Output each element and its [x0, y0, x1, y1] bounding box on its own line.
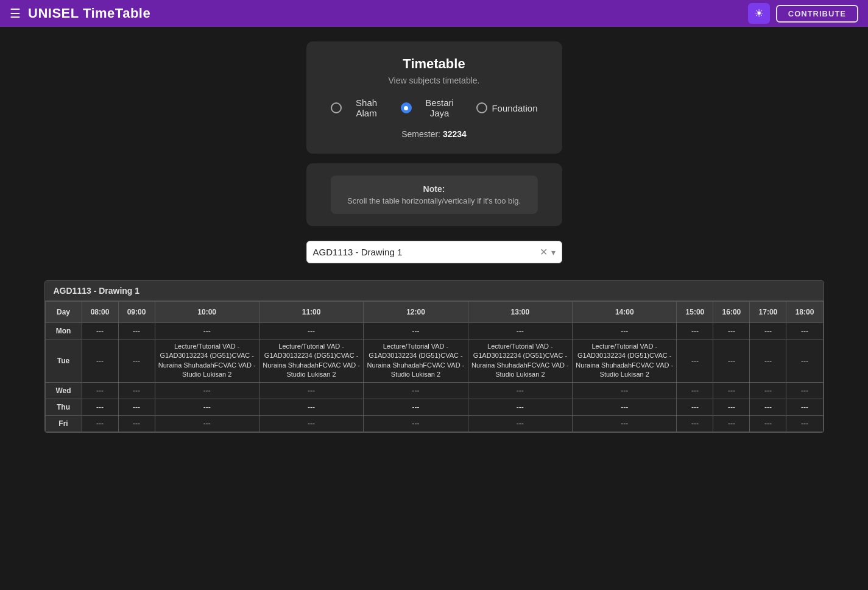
empty-cell: --- [750, 415, 786, 432]
empty-cell: --- [82, 399, 118, 415]
empty-cell: --- [118, 399, 155, 415]
table-row: Fri--------------------------------- [45, 415, 823, 432]
col-day: Day [45, 302, 82, 323]
subject-selector-wrap: AGD1113 - Drawing 1 ✕ ▾ [306, 241, 562, 263]
event-cell: Lecture/Tutorial VAD - G1AD30132234 (DG5… [155, 339, 259, 383]
col-1200: 12:00 [364, 302, 468, 323]
empty-cell: --- [677, 339, 713, 383]
empty-cell: --- [468, 382, 572, 399]
empty-cell: --- [786, 399, 823, 415]
empty-cell: --- [573, 399, 677, 415]
radio-label-bestari-jaya: Bestari Jaya [416, 98, 464, 118]
clear-subject-icon[interactable]: ✕ [540, 246, 548, 258]
card-title: Timetable [331, 56, 538, 72]
empty-cell: --- [573, 415, 677, 432]
subject-selected-value: AGD1113 - Drawing 1 [313, 247, 540, 257]
radio-foundation[interactable]: Foundation [476, 102, 537, 113]
col-0800: 08:00 [82, 302, 118, 323]
subject-select-box[interactable]: AGD1113 - Drawing 1 ✕ ▾ [306, 241, 562, 263]
col-1600: 16:00 [713, 302, 750, 323]
radio-shah-alam[interactable]: Shah Alam [331, 98, 387, 118]
empty-cell: --- [364, 323, 468, 339]
empty-cell: --- [259, 382, 363, 399]
app-header: ☰ UNISEL TimeTable ☀ CONTRIBUTE [0, 0, 868, 27]
empty-cell: --- [573, 323, 677, 339]
main-content: Timetable View subjects timetable. Shah … [0, 27, 868, 447]
empty-cell: --- [677, 382, 713, 399]
empty-cell: --- [155, 323, 259, 339]
empty-cell: --- [82, 382, 118, 399]
empty-cell: --- [713, 323, 750, 339]
menu-icon[interactable]: ☰ [10, 6, 21, 21]
empty-cell: --- [468, 415, 572, 432]
semester-label: Semester: [401, 129, 440, 139]
empty-cell: --- [573, 382, 677, 399]
col-0900: 09:00 [118, 302, 155, 323]
table-row: Tue------Lecture/Tutorial VAD - G1AD3013… [45, 339, 823, 383]
col-1700: 17:00 [750, 302, 786, 323]
note-card: Note: Scroll the table horizontally/vert… [306, 163, 562, 226]
campus-radio-group: Shah Alam Bestari Jaya Foundation [331, 98, 538, 118]
empty-cell: --- [677, 399, 713, 415]
col-1500: 15:00 [677, 302, 713, 323]
empty-cell: --- [786, 339, 823, 383]
empty-cell: --- [786, 415, 823, 432]
event-cell: Lecture/Tutorial VAD - G1AD30132234 (DG5… [364, 339, 468, 383]
empty-cell: --- [468, 399, 572, 415]
empty-cell: --- [118, 323, 155, 339]
empty-cell: --- [82, 339, 118, 383]
note-body: Scroll the table horizontally/vertically… [343, 196, 526, 205]
empty-cell: --- [468, 323, 572, 339]
table-row: Wed--------------------------------- [45, 382, 823, 399]
note-inner: Note: Scroll the table horizontally/vert… [331, 176, 538, 214]
empty-cell: --- [750, 323, 786, 339]
day-cell: Wed [45, 382, 82, 399]
timetable-table: Day 08:00 09:00 10:00 11:00 12:00 13:00 … [45, 301, 824, 432]
empty-cell: --- [713, 382, 750, 399]
event-cell: Lecture/Tutorial VAD - G1AD30132234 (DG5… [573, 339, 677, 383]
timetable-card: Timetable View subjects timetable. Shah … [306, 41, 562, 154]
event-cell: Lecture/Tutorial VAD - G1AD30132234 (DG5… [468, 339, 572, 383]
empty-cell: --- [364, 399, 468, 415]
radio-circle-bestari-jaya [401, 102, 412, 113]
chevron-down-icon[interactable]: ▾ [551, 247, 556, 257]
contribute-button[interactable]: CONTRIBUTE [776, 5, 858, 23]
table-row: Thu--------------------------------- [45, 399, 823, 415]
col-1000: 10:00 [155, 302, 259, 323]
day-cell: Thu [45, 399, 82, 415]
empty-cell: --- [118, 382, 155, 399]
semester-value: 32234 [443, 129, 467, 139]
day-cell: Fri [45, 415, 82, 432]
empty-cell: --- [786, 382, 823, 399]
radio-circle-foundation [476, 102, 487, 113]
note-title: Note: [343, 184, 526, 194]
empty-cell: --- [750, 399, 786, 415]
empty-cell: --- [713, 415, 750, 432]
empty-cell: --- [713, 339, 750, 383]
empty-cell: --- [750, 339, 786, 383]
theme-toggle-button[interactable]: ☀ [748, 3, 770, 24]
empty-cell: --- [677, 323, 713, 339]
empty-cell: --- [259, 399, 363, 415]
day-cell: Tue [45, 339, 82, 383]
empty-cell: --- [259, 415, 363, 432]
radio-label-foundation: Foundation [492, 103, 537, 113]
app-title: UNISEL TimeTable [28, 5, 150, 21]
radio-bestari-jaya[interactable]: Bestari Jaya [401, 98, 464, 118]
empty-cell: --- [786, 323, 823, 339]
day-cell: Mon [45, 323, 82, 339]
empty-cell: --- [364, 415, 468, 432]
table-header-row: Day 08:00 09:00 10:00 11:00 12:00 13:00 … [45, 302, 823, 323]
empty-cell: --- [82, 323, 118, 339]
header-left: ☰ UNISEL TimeTable [10, 5, 150, 21]
empty-cell: --- [364, 382, 468, 399]
col-1400: 14:00 [573, 302, 677, 323]
empty-cell: --- [82, 415, 118, 432]
semester-row: Semester: 32234 [331, 129, 538, 139]
empty-cell: --- [713, 399, 750, 415]
table-title: AGD1113 - Drawing 1 [45, 281, 824, 301]
card-subtitle: View subjects timetable. [331, 76, 538, 85]
empty-cell: --- [677, 415, 713, 432]
empty-cell: --- [155, 382, 259, 399]
empty-cell: --- [155, 415, 259, 432]
